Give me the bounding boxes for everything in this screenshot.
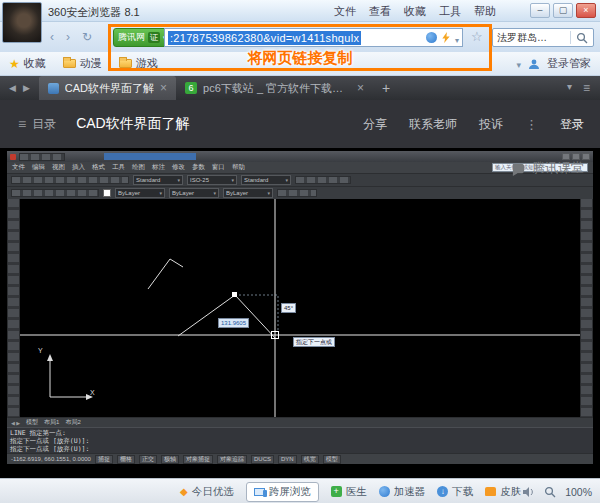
cross-screen-button[interactable]: 跨屏浏览 bbox=[246, 482, 319, 502]
menu-help[interactable]: 帮助 bbox=[474, 4, 496, 19]
cad-menu: 帮助 bbox=[232, 163, 245, 172]
daily-picks-button[interactable]: ◆ 今日优选 bbox=[180, 485, 234, 499]
cad-lineweight-combo: ByLayer bbox=[223, 188, 273, 198]
contact-teacher-button[interactable]: 联系老师 bbox=[409, 116, 457, 133]
window-controls: – ▢ × bbox=[530, 3, 596, 18]
bookmarks-right: 登录管家 bbox=[516, 56, 591, 71]
back-icon[interactable]: ‹ bbox=[50, 30, 54, 44]
cad-title-highlight bbox=[104, 153, 196, 160]
search-hotword[interactable]: 法罗群岛… bbox=[493, 31, 570, 45]
cad-drawing bbox=[20, 199, 580, 417]
booster-icon bbox=[379, 486, 390, 497]
tab-nav: ◀ ▶ bbox=[0, 83, 39, 93]
watermark-text: 腾讯课堂 bbox=[532, 159, 584, 177]
course-title: CAD软件界面了解 bbox=[76, 115, 190, 133]
close-button[interactable]: × bbox=[576, 3, 596, 18]
tab-favicon bbox=[48, 83, 59, 94]
tab-prev-icon[interactable]: ◀ bbox=[9, 83, 16, 93]
color-swatch bbox=[103, 189, 111, 197]
tab-pc6[interactable]: 6 pc6下载站 _ 官方软件下载基地_最安... × bbox=[176, 76, 373, 100]
login-manager-button[interactable]: 登录管家 bbox=[547, 56, 591, 71]
video-player[interactable]: 腾讯课堂 文件 编辑 视图 插入 格式 工具 绘图 bbox=[0, 148, 600, 478]
login-button[interactable]: 登录 bbox=[560, 116, 584, 133]
ucs-y-label: Y bbox=[38, 347, 43, 354]
menu-view[interactable]: 查看 bbox=[369, 4, 391, 19]
course-page-header: 目录 CAD软件界面了解 分享 联系老师 投诉 ⋮ 登录 bbox=[0, 100, 600, 148]
close-icon[interactable]: × bbox=[160, 82, 167, 94]
user-icon bbox=[528, 58, 540, 70]
menu-favorites[interactable]: 收藏 bbox=[404, 4, 426, 19]
speaker-icon[interactable] bbox=[523, 487, 535, 497]
tab-menu-icon[interactable] bbox=[583, 81, 590, 95]
skin-button[interactable]: 皮肤 bbox=[485, 485, 521, 499]
cad-color-combo: ByLayer bbox=[115, 188, 165, 198]
cad-tablestyle-combo: Standard bbox=[241, 175, 291, 185]
status-right: 100% bbox=[523, 479, 592, 503]
toggle-dyn: DYN bbox=[278, 455, 297, 464]
tab-next-icon[interactable]: ▶ bbox=[23, 83, 30, 93]
download-button[interactable]: ↓ 下载 bbox=[437, 485, 473, 499]
layout-tab-arrows: ◀ ▶ bbox=[11, 420, 20, 426]
cad-menu: 文件 bbox=[12, 163, 25, 172]
cad-menu: 格式 bbox=[92, 163, 105, 172]
booster-button[interactable]: 加速器 bbox=[379, 485, 426, 499]
cad-menu: 绘图 bbox=[132, 163, 145, 172]
annotation-label: 将网页链接复制 bbox=[111, 49, 489, 68]
refresh-icon[interactable]: ↻ bbox=[82, 30, 92, 44]
cad-canvas: Y X 131.9605 45° 指定下一点或 bbox=[20, 199, 580, 417]
cmd-line: LINE 指定第一点: bbox=[10, 429, 590, 437]
cad-style-combo: Standard bbox=[133, 175, 183, 185]
tab-list-dropdown-icon[interactable] bbox=[567, 81, 572, 95]
nav-buttons: ‹ › ↻ bbox=[50, 30, 92, 44]
star-icon: ★ bbox=[9, 58, 20, 70]
cursor-prompt-tooltip: 指定下一点或 bbox=[293, 337, 335, 347]
cad-menu: 标注 bbox=[152, 163, 165, 172]
chevron-down-icon[interactable] bbox=[516, 58, 521, 70]
zoom-icon[interactable] bbox=[544, 486, 556, 498]
share-button[interactable]: 分享 bbox=[363, 116, 387, 133]
tabbar-right-icons bbox=[557, 81, 600, 95]
ucs-x-label: X bbox=[90, 389, 95, 396]
titlebar: 360安全浏览器 8.1 文件 查看 收藏 工具 帮助 – ▢ × bbox=[0, 0, 600, 22]
cad-menu: 视图 bbox=[52, 163, 65, 172]
cad-main: Y X 131.9605 45° 指定下一点或 bbox=[7, 199, 593, 417]
hamburger-icon bbox=[18, 116, 26, 132]
tencent-classroom-logo-icon bbox=[511, 161, 526, 176]
cad-right-toolbar bbox=[580, 199, 593, 417]
close-icon[interactable]: × bbox=[357, 82, 364, 94]
tab-cad[interactable]: CAD软件界面了解 × bbox=[39, 76, 176, 100]
status-center-tools: ◆ 今日优选 跨屏浏览 + 医生 加速器 ↓ 下载 皮肤 bbox=[180, 479, 521, 503]
forward-icon[interactable]: › bbox=[66, 30, 70, 44]
search-box[interactable]: 法罗群岛… bbox=[492, 28, 594, 47]
maximize-button[interactable]: ▢ bbox=[553, 3, 573, 18]
layer-toolbar-icons bbox=[11, 189, 99, 197]
download-label: 下载 bbox=[452, 485, 473, 499]
favorites-button[interactable]: ★ 收藏 bbox=[9, 56, 46, 71]
more-icon[interactable]: ⋮ bbox=[525, 117, 538, 132]
cad-status-bar: -1162.6919, 660.1551, 0.0000 捕捉 栅格 正交 极轴… bbox=[7, 453, 593, 464]
tab-layout2: 布局2 bbox=[65, 418, 80, 427]
tab-title: CAD软件界面了解 bbox=[65, 81, 154, 96]
cad-toolbar-layers: ByLayer ByLayer ByLayer bbox=[7, 186, 593, 199]
minimize-button[interactable]: – bbox=[530, 3, 550, 18]
zoom-level[interactable]: 100% bbox=[565, 486, 592, 498]
toolbar-icons bbox=[295, 176, 351, 184]
new-tab-button[interactable]: + bbox=[373, 80, 399, 96]
bookmark-folder-anime[interactable]: 动漫 bbox=[63, 56, 102, 71]
catalog-button[interactable]: 目录 bbox=[0, 116, 74, 133]
window-title: 360安全浏览器 8.1 bbox=[48, 5, 140, 20]
doctor-label: 医生 bbox=[346, 485, 367, 499]
skin-icon bbox=[485, 487, 496, 496]
menu-file[interactable]: 文件 bbox=[334, 4, 356, 19]
doctor-button[interactable]: + 医生 bbox=[331, 485, 367, 499]
report-button[interactable]: 投诉 bbox=[479, 116, 503, 133]
cad-layout-tabs: ◀ ▶ 模型 布局1 布局2 bbox=[7, 417, 593, 427]
cad-menubar: 文件 编辑 视图 插入 格式 工具 绘图 标注 修改 参数 窗口 帮助 输入关键… bbox=[7, 162, 593, 173]
menubar: 文件 查看 收藏 工具 帮助 bbox=[334, 0, 496, 22]
cad-toolbar-standard: Standard ISO-25 Standard bbox=[7, 173, 593, 186]
search-icon[interactable] bbox=[571, 32, 593, 44]
menu-tools[interactable]: 工具 bbox=[439, 4, 461, 19]
browser-window: 360安全浏览器 8.1 文件 查看 收藏 工具 帮助 – ▢ × ‹ › ↻ … bbox=[0, 0, 600, 503]
cad-application: 文件 编辑 视图 插入 格式 工具 绘图 标注 修改 参数 窗口 帮助 输入关键… bbox=[7, 151, 593, 464]
toggle-ortho: 正交 bbox=[139, 455, 157, 464]
